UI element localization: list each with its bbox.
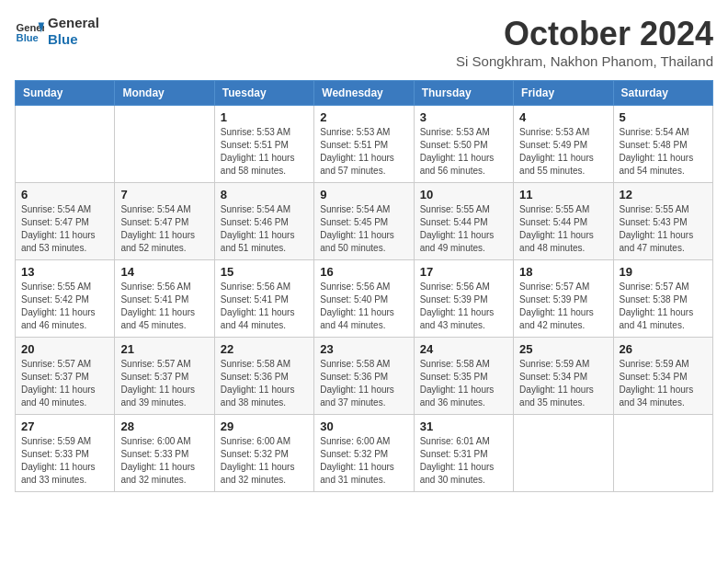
calendar-week-4: 20Sunrise: 5:57 AM Sunset: 5:37 PM Dayli… <box>16 338 713 415</box>
day-info: Sunrise: 5:54 AM Sunset: 5:48 PM Dayligh… <box>620 126 707 178</box>
calendar-cell: 22Sunrise: 5:58 AM Sunset: 5:36 PM Dayli… <box>214 338 313 415</box>
calendar-cell: 10Sunrise: 5:55 AM Sunset: 5:44 PM Dayli… <box>414 183 513 260</box>
day-number: 15 <box>221 265 308 279</box>
day-info: Sunrise: 5:55 AM Sunset: 5:43 PM Dayligh… <box>620 203 707 255</box>
day-header-wednesday: Wednesday <box>314 81 414 106</box>
day-number: 30 <box>320 419 407 433</box>
month-title: October 2024 <box>456 15 713 53</box>
logo: General Blue General Blue <box>15 15 99 48</box>
day-number: 13 <box>21 265 108 279</box>
day-info: Sunrise: 5:55 AM Sunset: 5:44 PM Dayligh… <box>519 203 607 255</box>
day-number: 2 <box>320 110 407 124</box>
day-number: 12 <box>620 188 707 201</box>
day-info: Sunrise: 5:56 AM Sunset: 5:40 PM Dayligh… <box>320 281 407 332</box>
calendar-cell: 1Sunrise: 5:53 AM Sunset: 5:51 PM Daylig… <box>214 106 313 183</box>
calendar-cell: 19Sunrise: 5:57 AM Sunset: 5:38 PM Dayli… <box>613 260 712 338</box>
day-info: Sunrise: 5:57 AM Sunset: 5:37 PM Dayligh… <box>21 358 108 409</box>
day-info: Sunrise: 5:58 AM Sunset: 5:36 PM Dayligh… <box>320 358 407 409</box>
day-header-sunday: Sunday <box>16 81 115 106</box>
day-number: 9 <box>320 188 407 201</box>
day-number: 11 <box>519 188 607 201</box>
logo-text-blue: Blue <box>48 31 99 48</box>
calendar-week-1: 1Sunrise: 5:53 AM Sunset: 5:51 PM Daylig… <box>16 106 713 183</box>
day-number: 22 <box>221 342 308 356</box>
calendar-cell: 9Sunrise: 5:54 AM Sunset: 5:45 PM Daylig… <box>314 183 414 260</box>
calendar-cell: 13Sunrise: 5:55 AM Sunset: 5:42 PM Dayli… <box>16 260 115 338</box>
calendar-cell: 8Sunrise: 5:54 AM Sunset: 5:46 PM Daylig… <box>214 183 313 260</box>
svg-text:Blue: Blue <box>17 32 39 43</box>
calendar-cell <box>115 106 214 183</box>
day-number: 23 <box>320 342 407 356</box>
day-header-tuesday: Tuesday <box>214 81 313 106</box>
day-info: Sunrise: 6:00 AM Sunset: 5:32 PM Dayligh… <box>221 435 308 487</box>
calendar-cell: 30Sunrise: 6:00 AM Sunset: 5:32 PM Dayli… <box>314 415 414 492</box>
day-number: 7 <box>120 188 208 201</box>
calendar-cell: 14Sunrise: 5:56 AM Sunset: 5:41 PM Dayli… <box>115 260 214 338</box>
day-number: 16 <box>320 265 407 279</box>
day-number: 3 <box>420 110 507 124</box>
day-info: Sunrise: 6:00 AM Sunset: 5:33 PM Dayligh… <box>120 435 208 487</box>
calendar-cell: 4Sunrise: 5:53 AM Sunset: 5:49 PM Daylig… <box>514 106 613 183</box>
day-number: 1 <box>221 110 308 124</box>
day-info: Sunrise: 5:58 AM Sunset: 5:35 PM Dayligh… <box>420 358 507 409</box>
day-info: Sunrise: 5:54 AM Sunset: 5:47 PM Dayligh… <box>120 203 208 255</box>
location-title: Si Songkhram, Nakhon Phanom, Thailand <box>456 53 713 69</box>
calendar-cell: 26Sunrise: 5:59 AM Sunset: 5:34 PM Dayli… <box>613 338 712 415</box>
calendar-cell: 12Sunrise: 5:55 AM Sunset: 5:43 PM Dayli… <box>613 183 712 260</box>
day-header-thursday: Thursday <box>414 81 513 106</box>
day-header-monday: Monday <box>115 81 214 106</box>
day-info: Sunrise: 6:00 AM Sunset: 5:32 PM Dayligh… <box>320 435 407 487</box>
day-number: 29 <box>221 419 308 433</box>
day-number: 18 <box>519 265 607 279</box>
day-header-saturday: Saturday <box>613 81 712 106</box>
calendar-cell: 15Sunrise: 5:56 AM Sunset: 5:41 PM Dayli… <box>214 260 313 338</box>
calendar-cell: 31Sunrise: 6:01 AM Sunset: 5:31 PM Dayli… <box>414 415 513 492</box>
day-number: 27 <box>21 419 108 433</box>
title-block: October 2024 Si Songkhram, Nakhon Phanom… <box>456 15 713 69</box>
day-number: 24 <box>420 342 507 356</box>
day-number: 6 <box>21 188 108 201</box>
calendar-cell: 16Sunrise: 5:56 AM Sunset: 5:40 PM Dayli… <box>314 260 414 338</box>
calendar-cell: 20Sunrise: 5:57 AM Sunset: 5:37 PM Dayli… <box>16 338 115 415</box>
day-info: Sunrise: 5:53 AM Sunset: 5:49 PM Dayligh… <box>519 126 607 178</box>
day-info: Sunrise: 5:53 AM Sunset: 5:51 PM Dayligh… <box>221 126 308 178</box>
day-info: Sunrise: 5:59 AM Sunset: 5:34 PM Dayligh… <box>519 358 607 409</box>
calendar-cell: 21Sunrise: 5:57 AM Sunset: 5:37 PM Dayli… <box>115 338 214 415</box>
calendar-cell: 5Sunrise: 5:54 AM Sunset: 5:48 PM Daylig… <box>613 106 712 183</box>
day-number: 31 <box>420 419 507 433</box>
day-number: 8 <box>221 188 308 201</box>
day-number: 28 <box>120 419 208 433</box>
calendar-cell: 23Sunrise: 5:58 AM Sunset: 5:36 PM Dayli… <box>314 338 414 415</box>
day-info: Sunrise: 5:55 AM Sunset: 5:42 PM Dayligh… <box>21 281 108 332</box>
day-header-friday: Friday <box>514 81 613 106</box>
day-number: 10 <box>420 188 507 201</box>
day-info: Sunrise: 5:53 AM Sunset: 5:50 PM Dayligh… <box>420 126 507 178</box>
calendar-cell: 28Sunrise: 6:00 AM Sunset: 5:33 PM Dayli… <box>115 415 214 492</box>
calendar-cell: 7Sunrise: 5:54 AM Sunset: 5:47 PM Daylig… <box>115 183 214 260</box>
day-info: Sunrise: 5:54 AM Sunset: 5:46 PM Dayligh… <box>221 203 308 255</box>
calendar-cell: 17Sunrise: 5:56 AM Sunset: 5:39 PM Dayli… <box>414 260 513 338</box>
calendar-cell <box>613 415 712 492</box>
page-header: General Blue General Blue October 2024 S… <box>15 15 713 69</box>
calendar-cell <box>16 106 115 183</box>
calendar-week-2: 6Sunrise: 5:54 AM Sunset: 5:47 PM Daylig… <box>16 183 713 260</box>
day-number: 5 <box>620 110 707 124</box>
day-info: Sunrise: 5:55 AM Sunset: 5:44 PM Dayligh… <box>420 203 507 255</box>
day-info: Sunrise: 5:58 AM Sunset: 5:36 PM Dayligh… <box>221 358 308 409</box>
day-info: Sunrise: 5:59 AM Sunset: 5:34 PM Dayligh… <box>620 358 707 409</box>
day-info: Sunrise: 5:54 AM Sunset: 5:47 PM Dayligh… <box>21 203 108 255</box>
day-info: Sunrise: 5:56 AM Sunset: 5:39 PM Dayligh… <box>420 281 507 332</box>
calendar-cell: 3Sunrise: 5:53 AM Sunset: 5:50 PM Daylig… <box>414 106 513 183</box>
calendar-cell: 11Sunrise: 5:55 AM Sunset: 5:44 PM Dayli… <box>514 183 613 260</box>
calendar-cell: 6Sunrise: 5:54 AM Sunset: 5:47 PM Daylig… <box>16 183 115 260</box>
logo-text-general: General <box>48 15 99 31</box>
calendar-cell: 18Sunrise: 5:57 AM Sunset: 5:39 PM Dayli… <box>514 260 613 338</box>
day-info: Sunrise: 5:56 AM Sunset: 5:41 PM Dayligh… <box>221 281 308 332</box>
day-number: 19 <box>620 265 707 279</box>
calendar-table: SundayMondayTuesdayWednesdayThursdayFrid… <box>15 80 713 492</box>
day-info: Sunrise: 5:56 AM Sunset: 5:41 PM Dayligh… <box>120 281 208 332</box>
day-number: 25 <box>519 342 607 356</box>
day-info: Sunrise: 6:01 AM Sunset: 5:31 PM Dayligh… <box>420 435 507 487</box>
calendar-week-5: 27Sunrise: 5:59 AM Sunset: 5:33 PM Dayli… <box>16 415 713 492</box>
calendar-week-3: 13Sunrise: 5:55 AM Sunset: 5:42 PM Dayli… <box>16 260 713 338</box>
